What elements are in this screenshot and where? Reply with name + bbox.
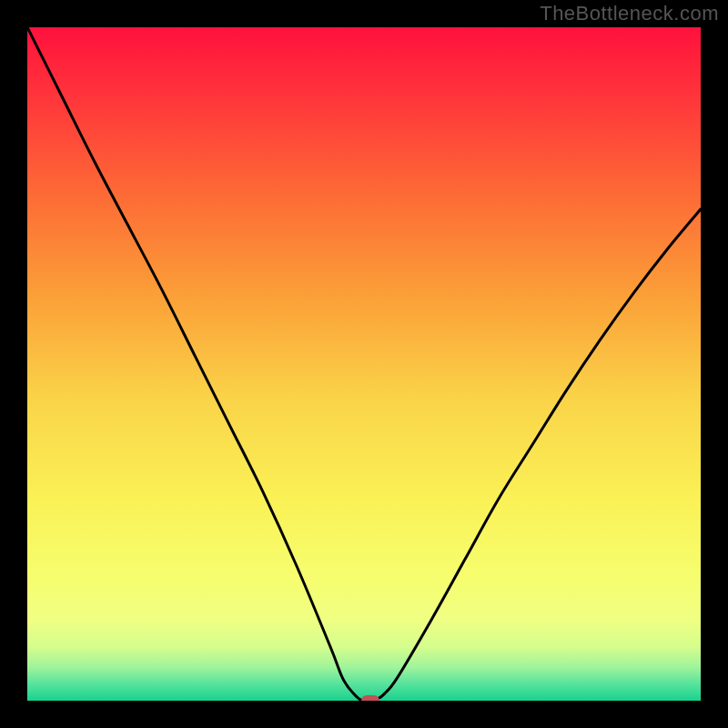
plot-area — [27, 27, 701, 701]
gradient-background — [27, 27, 701, 701]
optimum-marker — [361, 695, 379, 701]
chart-svg — [27, 27, 701, 701]
watermark-text: TheBottleneck.com — [540, 2, 719, 25]
chart-frame: TheBottleneck.com — [0, 0, 728, 728]
